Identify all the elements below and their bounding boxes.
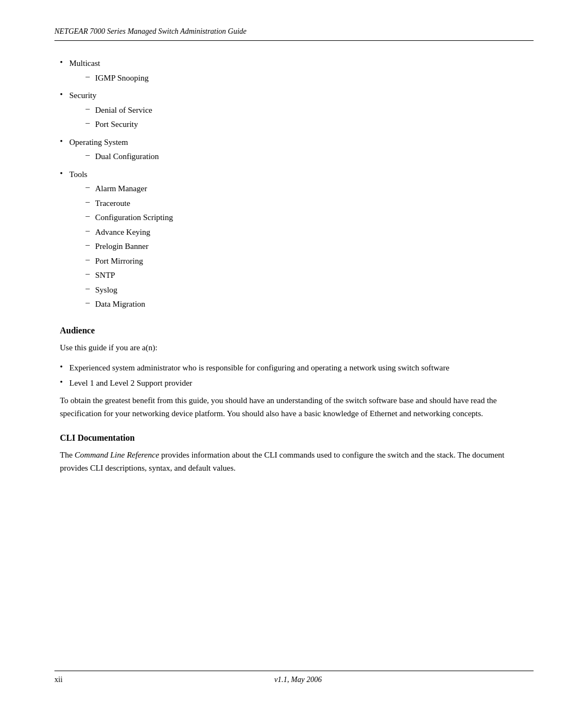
- sub-item-label: Traceroute: [95, 197, 130, 210]
- dash-icon: –: [85, 104, 90, 113]
- sub-item-label: Configuration Scripting: [95, 211, 173, 224]
- list-item: • Tools – Alarm Manager – Traceroute: [60, 168, 528, 313]
- list-item: – Dual Configuration: [69, 150, 159, 163]
- bullet-label: Multicast: [69, 59, 100, 68]
- list-item: – Prelogin Banner: [69, 240, 173, 253]
- footer-divider: [54, 671, 534, 671]
- list-item: – Advance Keying: [69, 226, 173, 239]
- dash-icon: –: [85, 150, 90, 160]
- sub-list: – Dual Configuration: [69, 150, 159, 163]
- dash-icon: –: [85, 211, 90, 221]
- audience-heading: Audience: [60, 326, 528, 336]
- cli-doc-heading: CLI Documentation: [60, 433, 528, 443]
- list-item: – Syslog: [69, 284, 173, 296]
- sub-item-label: Advance Keying: [95, 226, 150, 239]
- sub-item-label: Alarm Manager: [95, 182, 147, 195]
- sub-item-label: IGMP Snooping: [95, 72, 149, 84]
- bullet-icon: •: [60, 378, 63, 387]
- sub-item-label: Port Mirroring: [95, 255, 143, 267]
- bullet-label: Tools: [69, 170, 87, 179]
- sub-item-label: SNTP: [95, 269, 115, 282]
- sub-list: – IGMP Snooping: [69, 72, 149, 84]
- list-item: • Level 1 and Level 2 Support provider: [60, 377, 528, 389]
- cli-doc-prefix: The: [60, 451, 75, 459]
- sub-item-label: Data Migration: [95, 298, 145, 311]
- list-item: – Data Migration: [69, 298, 173, 311]
- audience-intro: Use this guide if you are a(n):: [60, 341, 528, 354]
- footer-version: v1.1, May 2006: [63, 675, 534, 684]
- header-title: NETGEAR 7000 Series Managed Switch Admin…: [54, 27, 247, 36]
- dash-icon: –: [85, 284, 90, 293]
- sub-list: – Denial of Service – Port Security: [69, 104, 152, 131]
- sub-list: – Alarm Manager – Traceroute – Configura…: [69, 182, 173, 311]
- list-item: – Alarm Manager: [69, 182, 173, 195]
- list-item: – Port Security: [69, 118, 152, 131]
- page-footer: xii v1.1, May 2006: [54, 671, 534, 684]
- dash-icon: –: [85, 197, 90, 206]
- top-bullet-list: • Multicast – IGMP Snooping • Security: [60, 57, 528, 313]
- list-item: – SNTP: [69, 269, 173, 282]
- list-item: • Security – Denial of Service – Port Se…: [60, 89, 528, 133]
- sub-item-label: Dual Configuration: [95, 150, 159, 163]
- dash-icon: –: [85, 240, 90, 249]
- bullet-icon: •: [60, 90, 63, 99]
- bullet-icon: •: [60, 137, 63, 146]
- dash-icon: –: [85, 226, 90, 235]
- bullet-icon: •: [60, 58, 63, 67]
- bullet-label: Security: [69, 91, 96, 100]
- main-content: • Multicast – IGMP Snooping • Security: [54, 57, 534, 474]
- bullet-icon: •: [60, 362, 63, 372]
- sub-item-label: Denial of Service: [95, 104, 152, 117]
- dash-icon: –: [85, 118, 90, 127]
- bullet-label: Experienced system administrator who is …: [69, 362, 449, 374]
- page-header: NETGEAR 7000 Series Managed Switch Admin…: [54, 27, 534, 41]
- audience-bullet-list: • Experienced system administrator who i…: [60, 362, 528, 389]
- sub-item-label: Prelogin Banner: [95, 240, 149, 253]
- bullet-label: Level 1 and Level 2 Support provider: [69, 377, 192, 389]
- list-item: – Port Mirroring: [69, 255, 173, 267]
- footer-content: xii v1.1, May 2006: [54, 675, 534, 684]
- sub-item-label: Syslog: [95, 284, 118, 296]
- list-item: – Denial of Service: [69, 104, 152, 117]
- list-item: • Operating System – Dual Configuration: [60, 136, 528, 165]
- page-container: NETGEAR 7000 Series Managed Switch Admin…: [0, 0, 588, 706]
- dash-icon: –: [85, 182, 90, 192]
- cli-doc-italic: Command Line Reference: [75, 451, 159, 459]
- dash-icon: –: [85, 269, 90, 278]
- dash-icon: –: [85, 72, 90, 81]
- dash-icon: –: [85, 255, 90, 264]
- bullet-icon: •: [60, 169, 63, 178]
- footer-page-number: xii: [54, 675, 63, 684]
- list-item: • Experienced system administrator who i…: [60, 362, 528, 374]
- list-item: • Multicast – IGMP Snooping: [60, 57, 528, 86]
- dash-icon: –: [85, 298, 90, 307]
- list-item: – IGMP Snooping: [69, 72, 149, 84]
- sub-item-label: Port Security: [95, 118, 138, 131]
- audience-paragraph: To obtain the greatest benefit from this…: [60, 394, 528, 420]
- list-item: – Configuration Scripting: [69, 211, 173, 224]
- list-item: – Traceroute: [69, 197, 173, 210]
- cli-doc-paragraph: The Command Line Reference provides info…: [60, 448, 528, 474]
- bullet-label: Operating System: [69, 138, 128, 147]
